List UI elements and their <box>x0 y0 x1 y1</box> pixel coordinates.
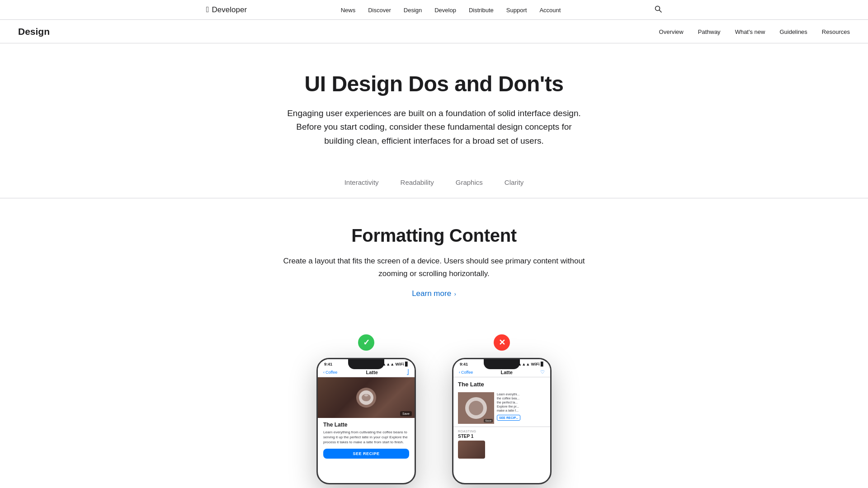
phone-bad-header: The Latte <box>453 377 550 392</box>
status-time: 9:41 <box>324 362 332 366</box>
good-badge-icon: ✓ <box>363 338 370 347</box>
phone-bad-description: Learn everythi...the coffee bea...the pe… <box>497 392 546 413</box>
phone-hero-image: Save <box>318 377 415 418</box>
phone-bad-nav-back: ‹ Coffee <box>459 370 473 375</box>
phone-bad-layout: The Latte Save Learn everythi. <box>453 377 550 460</box>
phone-bad-wrapper: ✕ 9:41 ▲▲▲ WiFi ▊ ‹ Coffee Latte ♡ <box>452 334 552 484</box>
share-icon: ⎦ <box>406 369 409 375</box>
nav-link-discover[interactable]: Discover <box>368 7 391 14</box>
secondary-nav-item-resources[interactable]: Resources <box>822 28 850 36</box>
nav-link-account[interactable]: Account <box>539 7 561 14</box>
learn-more-label: Learn more <box>412 289 451 298</box>
phone-content-area: The Latte Learn everything from cultivat… <box>318 418 415 462</box>
phone-good-screen: 9:41 ▲▲▲ WiFi ▊ ‹ Coffee Latte ⎦ <box>318 359 415 483</box>
secondary-nav-link-overview[interactable]: Overview <box>659 28 684 35</box>
back-label: Coffee <box>326 370 337 375</box>
phone-bad-cta: SEE RECIP... <box>497 415 520 421</box>
phone-cta-button: SEE RECIPE <box>323 449 409 459</box>
secondary-nav-item-pathway[interactable]: Pathway <box>698 28 721 36</box>
phone-bad-content-title: The Latte <box>458 381 546 388</box>
secondary-nav-title: Design <box>18 26 50 37</box>
secondary-nav-link-guidelines[interactable]: Guidelines <box>779 28 807 35</box>
nav-item-design[interactable]: Design <box>404 6 422 14</box>
nav-item-discover[interactable]: Discover <box>368 6 391 14</box>
phone-bad-nav-title: Latte <box>501 370 513 375</box>
filter-tab-clarity[interactable]: Clarity <box>505 178 524 189</box>
save-overlay: Save <box>400 411 412 416</box>
svg-point-7 <box>469 401 483 415</box>
phone-bad-row: Save Learn everythi...the coffee bea...t… <box>453 392 550 424</box>
content-section: Formatting Content Create a layout that … <box>262 198 606 316</box>
phones-container: ✓ 9:41 ▲▲▲ WiFi ▊ ‹ Coffee Latte ⎦ <box>0 316 868 488</box>
nav-link-design[interactable]: Design <box>404 7 422 14</box>
phone-bad-section-title: STEP 1 <box>458 434 546 439</box>
phone-bad-frame: 9:41 ▲▲▲ WiFi ▊ ‹ Coffee Latte ♡ The Lat… <box>452 358 552 484</box>
nav-link-news[interactable]: News <box>341 7 356 14</box>
phone-bad-notch <box>484 359 520 369</box>
secondary-nav-link-pathway[interactable]: Pathway <box>698 28 721 35</box>
filter-tab-readability[interactable]: Readability <box>401 178 434 189</box>
section-title: Formatting Content <box>271 225 597 246</box>
section-description: Create a layout that fits the screen of … <box>271 255 597 280</box>
latte-art-svg <box>355 386 377 409</box>
phone-bad-screen: 9:41 ▲▲▲ WiFi ▊ ‹ Coffee Latte ♡ The Lat… <box>453 359 550 483</box>
nav-link-support[interactable]: Support <box>506 7 527 14</box>
secondary-nav-item-overview[interactable]: Overview <box>659 28 684 36</box>
phone-bad-thumbnail: Save <box>458 392 494 424</box>
nav-item-account[interactable]: Account <box>539 6 561 14</box>
phone-content-text: Learn everything from cultivating the co… <box>323 430 409 445</box>
good-badge: ✓ <box>358 334 374 351</box>
secondary-nav-link-whatsnew[interactable]: What's new <box>735 28 765 35</box>
bad-status-icons: ▲▲▲ WiFi ▊ <box>518 362 544 366</box>
top-nav:  Developer News Discover Design Develop… <box>0 0 868 20</box>
filter-tab-interactivity[interactable]: Interactivity <box>344 178 379 189</box>
nav-item-news[interactable]: News <box>341 6 356 14</box>
bad-status-time: 9:41 <box>460 362 468 366</box>
hero-section: UI Design Dos and Don'ts Engaging user e… <box>271 43 597 166</box>
apple-icon:  <box>206 5 209 14</box>
secondary-nav: Design Overview Pathway What's new Guide… <box>0 20 868 43</box>
phone-bad-section-image <box>458 441 485 459</box>
nav-item-distribute[interactable]: Distribute <box>469 6 494 14</box>
phone-bad-text-col: Learn everythi...the coffee bea...the pe… <box>497 392 546 424</box>
nav-item-support[interactable]: Support <box>506 6 527 14</box>
secondary-nav-link-resources[interactable]: Resources <box>822 28 850 35</box>
heart-icon: ♡ <box>540 369 545 375</box>
phone-nav-title: Latte <box>366 370 378 375</box>
chevron-icon: › <box>454 291 456 297</box>
svg-line-1 <box>659 10 661 12</box>
secondary-nav-item-guidelines[interactable]: Guidelines <box>779 28 807 36</box>
filter-tabs: Interactivity Readability Graphics Clari… <box>0 166 868 198</box>
hero-subtitle: Engaging user experiences are built on a… <box>280 107 588 148</box>
developer-label: Developer <box>212 5 247 14</box>
bad-save-overlay: Save <box>484 419 493 422</box>
nav-link-distribute[interactable]: Distribute <box>469 7 494 14</box>
search-icon[interactable] <box>655 5 662 14</box>
secondary-nav-links: Overview Pathway What's new Guidelines R… <box>659 28 850 36</box>
secondary-nav-item-whatsnew[interactable]: What's new <box>735 28 765 36</box>
phone-content-title: The Latte <box>323 422 409 428</box>
bad-chevron-left-icon: ‹ <box>459 370 460 375</box>
phone-notch <box>348 359 384 369</box>
phone-bad-section-label: ROASTING <box>458 430 546 433</box>
top-nav-links: News Discover Design Develop Distribute … <box>341 6 561 14</box>
chevron-left-icon: ‹ <box>323 370 325 375</box>
bad-badge: ✕ <box>494 334 510 351</box>
bad-badge-icon: ✕ <box>499 338 505 347</box>
phone-nav-back: ‹ Coffee <box>323 370 337 375</box>
nav-link-develop[interactable]: Develop <box>434 7 456 14</box>
phone-bad-section: ROASTING STEP 1 <box>453 427 550 460</box>
learn-more-link[interactable]: Learn more › <box>412 289 456 298</box>
filter-tab-graphics[interactable]: Graphics <box>456 178 483 189</box>
bad-back-label: Coffee <box>461 370 473 375</box>
phone-good-wrapper: ✓ 9:41 ▲▲▲ WiFi ▊ ‹ Coffee Latte ⎦ <box>316 334 416 484</box>
phone-good-frame: 9:41 ▲▲▲ WiFi ▊ ‹ Coffee Latte ⎦ <box>316 358 416 484</box>
nav-item-develop[interactable]: Develop <box>434 6 456 14</box>
status-icons: ▲▲▲ WiFi ▊ <box>382 362 408 366</box>
hero-title: UI Design Dos and Don'ts <box>280 72 588 96</box>
apple-developer-logo[interactable]:  Developer <box>206 5 247 14</box>
